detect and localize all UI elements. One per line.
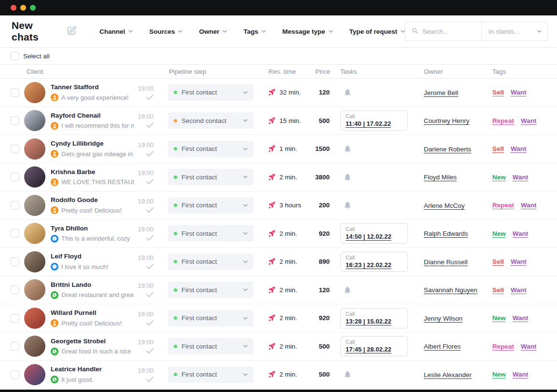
owner-link[interactable]: Arlene McCoy [424, 202, 465, 209]
chevron-down-icon [178, 30, 182, 33]
owner-link[interactable]: Darlene Roberts [424, 146, 471, 153]
owner-link[interactable]: Leslie Alexander [424, 371, 472, 378]
tag-link[interactable]: Repeat [492, 117, 514, 124]
filter-type-of-request[interactable]: Type of request [349, 28, 405, 35]
tag-link[interactable]: Sell [492, 258, 504, 265]
tag-link[interactable]: Want [511, 89, 527, 96]
price: 920 [310, 230, 334, 237]
search-group: In clients... [405, 22, 548, 41]
tag-link[interactable]: New [492, 371, 506, 378]
row-checkbox[interactable] [11, 173, 19, 181]
price: 920 [310, 314, 334, 322]
owner-link[interactable]: Jerome Bell [424, 89, 458, 96]
row-checkbox[interactable] [11, 88, 19, 97]
chat-row[interactable]: Georgette Strobel Great food in such a n… [0, 333, 557, 361]
pipeline-step-select[interactable]: First contact [168, 197, 253, 214]
chat-row[interactable]: Krishna Barbe WE LOVE THIS RESTAUR... 19… [0, 163, 557, 192]
bell-icon[interactable] [343, 173, 352, 182]
tag-link[interactable]: Repeat [492, 343, 514, 350]
tag-link[interactable]: Sell [492, 89, 504, 96]
chat-row[interactable]: Rayford Chenail I will recommend this fo… [0, 107, 557, 135]
owner-link[interactable]: Ralph Edwards [424, 230, 468, 237]
row-checkbox[interactable] [11, 229, 19, 238]
owner-link[interactable]: Albert Flores [424, 343, 461, 350]
whatsapp-icon [51, 348, 58, 355]
tag-link[interactable]: New [492, 314, 506, 322]
tag-link[interactable]: New [492, 174, 506, 181]
pipeline-step-select[interactable]: First contact [168, 169, 253, 185]
read-check-icon [146, 348, 153, 354]
call-task[interactable]: Call 14:50 | 12.02.22 [340, 223, 408, 243]
bell-icon[interactable] [343, 144, 352, 153]
chat-row[interactable]: Tyra Dhillon This is a wonderful, cozy 1… [0, 220, 557, 248]
tag-link[interactable]: Want [521, 117, 537, 124]
chat-row[interactable]: Cyndy Lillibridge Gets great gas mileage… [0, 135, 557, 163]
tag-link[interactable]: Want [511, 145, 527, 152]
pipeline-step-select[interactable]: Second contact [168, 112, 253, 129]
close-window-button[interactable] [11, 5, 16, 11]
tag-link[interactable]: New [492, 230, 506, 237]
owner-link[interactable]: Dianne Russell [424, 258, 468, 266]
chat-row[interactable]: Tanner Stafford A very good experience! … [0, 79, 557, 107]
pipeline-step-select[interactable]: First contact [168, 366, 253, 383]
pipeline-step-select[interactable]: First contact [168, 338, 253, 354]
row-checkbox[interactable] [11, 145, 19, 153]
pipeline-step-select[interactable]: First contact [168, 225, 253, 242]
tag-link[interactable]: Repeat [492, 202, 514, 209]
tag-link[interactable]: Want [521, 202, 537, 209]
task-type-label: Call [346, 226, 403, 232]
row-checkbox[interactable] [11, 285, 19, 294]
call-task[interactable]: Call 11:40 | 17.02.22 [340, 110, 408, 131]
chat-row[interactable]: Willard Purnell Pretty cool! Delicious! … [0, 304, 557, 333]
pipeline-step-select[interactable]: First contact [168, 141, 253, 157]
compose-button[interactable] [66, 25, 77, 38]
tag-link[interactable]: Want [511, 286, 527, 294]
select-all-label: Select all [23, 53, 50, 60]
bell-icon[interactable] [343, 370, 352, 379]
row-checkbox[interactable] [11, 257, 19, 266]
chat-row[interactable]: Brittni Lando Great restaurant and great… [0, 276, 557, 305]
search-scope-select[interactable]: In clients... [482, 22, 547, 41]
ok-icon [51, 178, 58, 186]
tag-link[interactable]: Sell [492, 286, 504, 294]
tag-link[interactable]: Want [513, 174, 529, 181]
response-time: 2 min. [279, 230, 297, 237]
chat-row[interactable]: Leatrice Handler It just good. 19:00 [0, 361, 557, 389]
tag-link[interactable]: Want [521, 343, 537, 350]
owner-link[interactable]: Savannah Nguyen [424, 286, 477, 294]
tag-link[interactable]: Want [513, 314, 529, 322]
bell-icon[interactable] [343, 201, 352, 210]
filter-sources[interactable]: Sources [149, 28, 182, 35]
call-task[interactable]: Call 13:28 | 15.02.22 [340, 308, 408, 328]
row-checkbox[interactable] [11, 201, 19, 210]
zoom-window-button[interactable] [30, 5, 36, 11]
search-input[interactable] [422, 28, 475, 35]
select-all-checkbox[interactable] [11, 52, 19, 60]
row-checkbox[interactable] [11, 370, 19, 379]
row-checkbox[interactable] [11, 116, 19, 125]
owner-link[interactable]: Courtney Henry [424, 117, 470, 124]
minimize-window-button[interactable] [20, 5, 26, 11]
row-checkbox[interactable] [11, 314, 19, 323]
call-task[interactable]: Call 16:23 | 22.02.22 [340, 252, 408, 272]
tag-link[interactable]: Want [513, 230, 529, 237]
tag-link[interactable]: Sell [492, 145, 504, 152]
owner-link[interactable]: Jenny Wilson [424, 315, 462, 322]
pipeline-step-select[interactable]: First contact [168, 282, 253, 298]
bell-icon[interactable] [343, 285, 352, 295]
owner-link[interactable]: Floyd Miles [424, 174, 457, 181]
filter-tags[interactable]: Tags [243, 28, 266, 35]
tag-link[interactable]: Want [511, 258, 527, 265]
filter-message-type[interactable]: Message type [282, 28, 333, 35]
pipeline-step-select[interactable]: First contact [168, 310, 253, 326]
filter-channel[interactable]: Channel [99, 28, 133, 35]
chat-row[interactable]: Rodolfo Goode Pretty cool! Delicious! 19… [0, 191, 557, 220]
row-checkbox[interactable] [11, 342, 19, 351]
tag-link[interactable]: Want [513, 371, 529, 378]
bell-icon[interactable] [343, 88, 352, 97]
pipeline-step-select[interactable]: First contact [168, 84, 253, 101]
call-task[interactable]: Call 17:45 | 28.02.22 [340, 336, 408, 356]
chat-row[interactable]: Leif Floyd I love it so much! 19:00 [0, 248, 557, 276]
filter-owner[interactable]: Owner [199, 28, 227, 35]
pipeline-step-select[interactable]: First contact [168, 254, 253, 270]
